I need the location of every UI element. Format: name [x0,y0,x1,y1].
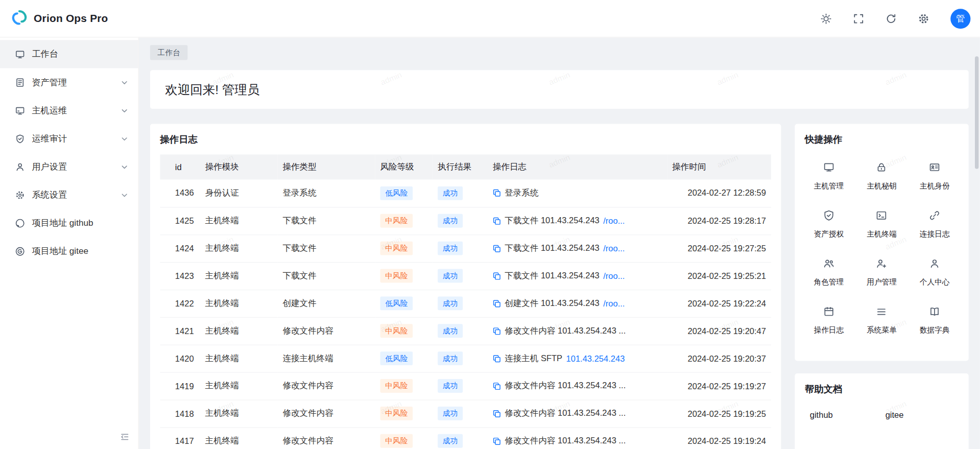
scrollbar[interactable] [975,56,978,169]
sidebar-item-assets[interactable]: 资产管理 [0,68,138,96]
copy-icon[interactable] [493,299,501,308]
log-link[interactable]: 101.43.254.243 [566,353,625,363]
table-row: 1419 主机终端 修改文件内容 中风险 成功 修改文件内容 101.43.25… [160,372,771,400]
log-type: 下载文件 [278,207,375,234]
sidebar-item-audit[interactable]: 运维审计 [0,125,138,153]
log-type: 创建文件 [278,290,375,317]
quick-action-asset-grant[interactable]: 资产授权 [802,200,855,248]
sidebar-item-user-settings[interactable]: 用户设置 [0,153,138,181]
quick-action-role-manage[interactable]: 角色管理 [802,248,855,296]
log-time: 2024-02-25 19:28:17 [667,207,771,234]
copy-icon[interactable] [493,355,501,363]
column-header-result: 执行结果 [433,154,488,179]
quick-action-host-keys[interactable]: 主机秘钥 [855,152,909,200]
copy-icon[interactable] [493,217,501,225]
copy-icon[interactable] [493,189,501,197]
sidebar-item-workbench[interactable]: 工作台 [0,40,138,68]
quick-action-label: 主机管理 [814,180,844,191]
log-link[interactable]: /roo... [603,271,625,280]
sidebar-item-system-settings[interactable]: 系统设置 [0,181,138,209]
log-text: 修改文件内容 101.43.254.243 ... [505,408,626,419]
theme-toggle-icon[interactable] [821,13,832,24]
gitee-link[interactable]: gitee [886,410,904,419]
github-link[interactable]: github [810,410,833,419]
log-result: 成功 [433,427,488,449]
log-text: 修改文件内容 101.43.254.243 ... [505,325,626,337]
log-id: 1425 [160,207,200,234]
quick-action-system-menu[interactable]: 系统菜单 [855,296,909,344]
log-id: 1420 [160,345,200,372]
host-icon [15,105,25,115]
log-risk: 低风险 [375,345,433,372]
copy-icon[interactable] [493,272,501,280]
settings-gear-icon[interactable] [918,13,929,24]
table-row: 1420 主机终端 连接主机终端 低风险 成功 连接主机 SFTP 101.43… [160,345,771,372]
risk-badge: 低风险 [380,351,413,365]
result-badge: 成功 [438,186,463,200]
table-row: 1425 主机终端 下载文件 中风险 成功 下载文件 101.43.254.24… [160,207,771,234]
sidebar-item-github[interactable]: 项目地址 github [0,209,138,237]
quick-actions-card: 快捷操作 主机管理 主机秘钥 [795,124,968,361]
copy-icon[interactable] [493,409,501,417]
user-icon [15,162,25,172]
result-badge: 成功 [438,379,463,393]
id-card-icon [929,161,941,175]
log-time: 2024-02-25 19:22:24 [667,290,771,317]
log-message: 连接主机 SFTP 101.43.254.243 [488,345,667,372]
log-result: 成功 [433,290,488,317]
sidebar-item-host-ops[interactable]: 主机运维 [0,97,138,125]
table-row: 1422 主机终端 创建文件 低风险 成功 创建文件 101.43.254.24… [160,290,771,317]
quick-action-data-dict[interactable]: 数据字典 [908,296,961,344]
quick-action-host-identity[interactable]: 主机身份 [908,152,961,200]
quick-action-connect-logs[interactable]: 连接日志 [908,200,961,248]
log-risk: 中风险 [375,234,433,262]
log-link[interactable]: /roo... [603,299,625,308]
sidebar-item-label: 主机运维 [32,105,67,116]
quick-action-operation-logs[interactable]: 操作日志 [802,296,855,344]
menu-icon [876,305,888,320]
log-time: 2024-02-25 19:19:27 [667,372,771,400]
quick-action-personal-center[interactable]: 个人中心 [908,248,961,296]
quick-actions-title: 快捷操作 [802,134,961,146]
quick-action-label: 主机秘钥 [867,180,897,191]
log-link[interactable]: /roo... [603,244,625,253]
chevron-down-icon [121,163,128,171]
copy-icon[interactable] [493,327,501,335]
quick-action-host-manage[interactable]: 主机管理 [802,152,855,200]
log-module: 主机终端 [200,262,278,290]
risk-badge: 中风险 [380,242,413,255]
log-type: 修改文件内容 [278,317,375,345]
quick-action-host-terminal[interactable]: 主机终端 [855,200,909,248]
log-id: 1436 [160,179,200,207]
app-logo-icon [11,9,28,28]
copy-icon[interactable] [493,437,501,445]
table-row: 1418 主机终端 修改文件内容 中风险 成功 修改文件内容 101.43.25… [160,399,771,427]
lock-icon [876,161,888,175]
log-risk: 中风险 [375,207,433,234]
avatar[interactable]: 管 [950,9,970,29]
log-id: 1421 [160,317,200,345]
table-row: 1417 主机终端 修改文件内容 中风险 成功 修改文件内容 101.43.25… [160,427,771,449]
collapse-sidebar-icon[interactable] [120,432,129,441]
roles-icon [823,257,834,272]
risk-badge: 中风险 [380,379,413,393]
log-type: 下载文件 [278,234,375,262]
copy-icon[interactable] [493,382,501,390]
result-badge: 成功 [438,296,463,310]
log-message: 修改文件内容 101.43.254.243 ... [488,399,667,427]
quick-action-label: 操作日志 [814,325,844,336]
log-link[interactable]: /roo... [603,216,625,225]
tab-workbench[interactable]: 工作台 [150,45,187,60]
column-header-time: 操作时间 [667,154,771,179]
refresh-icon[interactable] [886,13,897,24]
sidebar-item-gitee[interactable]: 项目地址 gitee [0,237,138,265]
log-risk: 低风险 [375,290,433,317]
column-header-type: 操作类型 [278,154,375,179]
quick-action-user-manage[interactable]: 用户管理 [855,248,909,296]
log-risk: 中风险 [375,262,433,290]
copy-icon[interactable] [493,244,501,252]
log-risk: 中风险 [375,399,433,427]
quick-action-label: 个人中心 [920,277,950,288]
terminal-icon [876,209,888,224]
fullscreen-icon[interactable] [853,13,864,24]
